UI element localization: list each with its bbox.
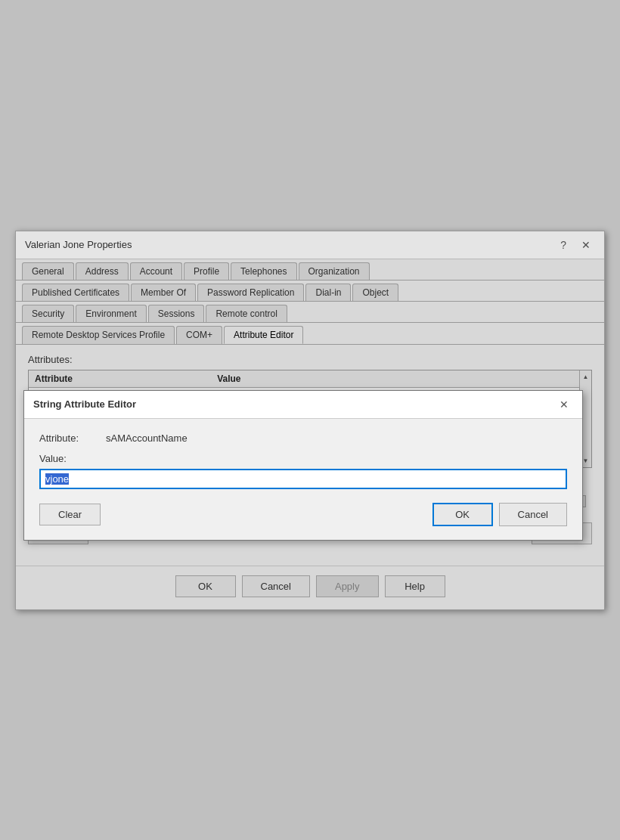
dialog-title-bar: String Attribute Editor ✕ xyxy=(24,391,582,419)
dialog-buttons: Clear OK Cancel xyxy=(39,503,567,526)
dialog-title: String Attribute Editor xyxy=(33,398,136,410)
clear-button[interactable]: Clear xyxy=(39,504,101,525)
ok-button[interactable]: OK xyxy=(432,503,493,526)
dialog-content: Attribute: sAMAccountName Value: Clear O… xyxy=(24,419,582,540)
attribute-name-value: sAMAccountName xyxy=(106,432,188,444)
dialog-close-button[interactable]: ✕ xyxy=(555,397,573,412)
main-window: Valerian Jone Properties ? ✕ General Add… xyxy=(15,231,605,610)
string-attribute-editor-dialog: String Attribute Editor ✕ Attribute: sAM… xyxy=(23,390,583,541)
attribute-label: Attribute: xyxy=(39,432,100,444)
value-label: Value: xyxy=(39,453,567,464)
value-input[interactable] xyxy=(39,469,567,489)
dialog-btn-group-right: OK Cancel xyxy=(432,503,567,526)
cancel-button[interactable]: Cancel xyxy=(499,503,567,526)
attribute-row: Attribute: sAMAccountName xyxy=(39,432,567,444)
